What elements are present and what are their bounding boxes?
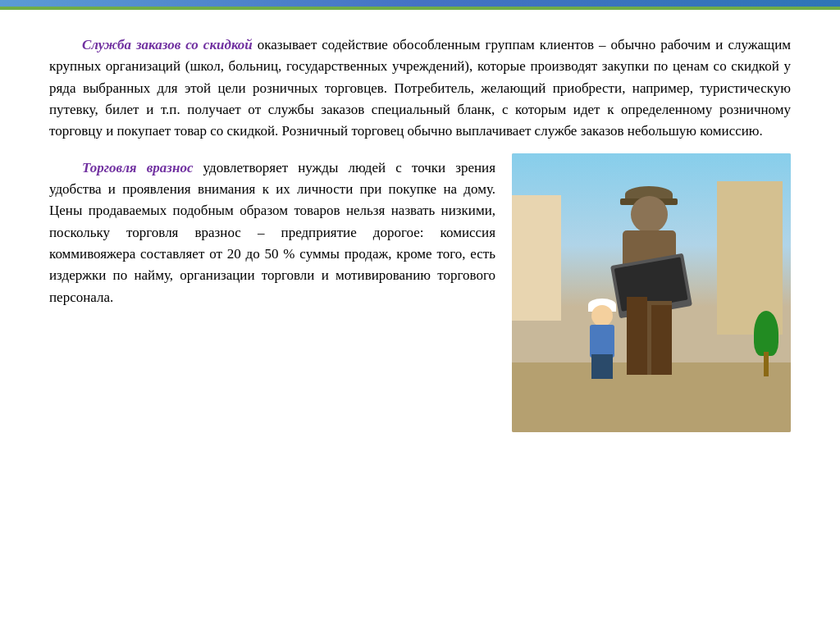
content-area: Служба заказов со скидкой оказывает соде… — [0, 10, 840, 629]
paragraph-2-body: удовлетворяет нужды людей с точки зрения… — [49, 160, 495, 305]
statue-leg-right — [651, 305, 672, 375]
statue-image — [512, 153, 791, 432]
statue-legs — [627, 301, 672, 375]
paragraph-1-title: Служба заказов со скидкой — [82, 37, 253, 52]
paragraph-2-title: Торговля вразнос — [82, 160, 193, 175]
second-section: Торговля вразнос удовлетворяет нужды люд… — [49, 157, 791, 432]
statue-figure — [602, 196, 701, 376]
paragraph-1: Служба заказов со скидкой оказывает соде… — [49, 34, 791, 143]
top-bar — [0, 0, 840, 7]
image-container — [512, 153, 791, 432]
building-left — [512, 195, 561, 321]
tree-top — [754, 311, 778, 356]
statue-head — [631, 196, 668, 233]
tree-trunk — [764, 352, 769, 376]
statue-body — [623, 230, 676, 304]
statue-leg-left — [627, 297, 647, 375]
paragraph-2-text: Торговля вразнос удовлетворяет нужды люд… — [49, 157, 495, 308]
tree — [754, 311, 778, 376]
